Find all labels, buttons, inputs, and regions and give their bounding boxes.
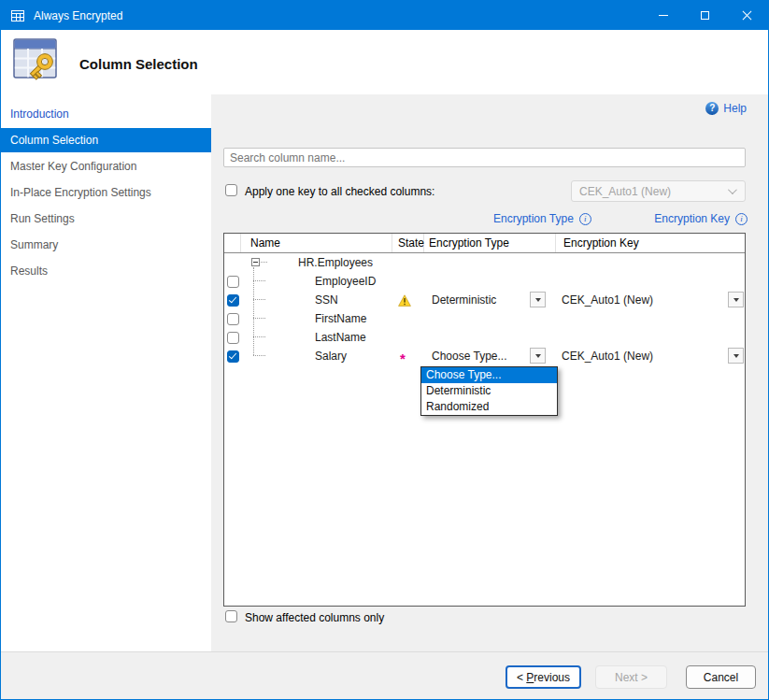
column-name: EmployeeID (315, 275, 376, 288)
info-icon[interactable]: i (735, 213, 748, 225)
required-asterisk-icon: * (400, 350, 406, 364)
minimize-icon (659, 15, 668, 16)
maximize-icon (701, 11, 709, 20)
dropdown-arrow-icon (535, 354, 541, 358)
encryption-key-link[interactable]: Encryption Key i (654, 212, 748, 225)
sidebar-item-in-place-encryption[interactable]: In-Place Encryption Settings (1, 180, 211, 205)
chevron-down-icon (728, 185, 737, 194)
table-row-lastname: LastName (224, 328, 745, 347)
columns-table: Name State Encryption Type Encryption Ke… (223, 233, 746, 607)
column-name: FirstName (315, 312, 366, 325)
window-controls (642, 1, 768, 30)
column-header-state[interactable]: State (392, 234, 424, 252)
tree-guide-line (253, 336, 265, 337)
help-label: Help (723, 102, 747, 115)
table-key-icon (12, 36, 63, 91)
row-checkbox[interactable] (227, 313, 239, 325)
cek-combobox-value: CEK_Auto1 (New) (579, 185, 671, 198)
tree-guide-line (261, 262, 267, 263)
table-row-employeeid: EmployeeID (224, 272, 745, 291)
row-checkbox[interactable] (227, 332, 239, 344)
table-row-firstname: FirstName (224, 309, 745, 328)
app-icon (10, 8, 25, 23)
previous-label-rest: revious (534, 671, 570, 684)
sidebar-item-column-selection[interactable]: Column Selection (1, 128, 211, 152)
column-name: SSN (315, 293, 338, 307)
column-header-name[interactable]: Name (241, 234, 392, 252)
table-name: HR.Employees (298, 256, 373, 269)
row-checkbox[interactable] (227, 276, 239, 288)
column-name: LastName (315, 331, 366, 344)
apply-one-key-label: Apply one key to all checked columns: (245, 185, 434, 198)
dropdown-option-choose-type[interactable]: Choose Type... (421, 367, 557, 383)
encryption-key-link-label: Encryption Key (654, 212, 730, 225)
close-button[interactable] (726, 1, 768, 30)
dropdown-arrow-icon (733, 298, 739, 302)
sidebar-item-introduction[interactable]: Introduction (1, 102, 211, 126)
tree-guide-line (253, 299, 265, 300)
apply-one-key-checkbox[interactable] (225, 184, 237, 196)
sidebar-item-run-settings[interactable]: Run Settings (1, 207, 211, 231)
tree-guide-line (253, 355, 265, 356)
previous-label-prefix: < (517, 671, 526, 684)
dropdown-option-deterministic[interactable]: Deterministic (421, 383, 557, 399)
encryption-type-value: Deterministic (432, 293, 496, 307)
encryption-type-link-label: Encryption Type (493, 212, 574, 225)
encryption-type-value: Choose Type... (432, 350, 507, 363)
encryption-key-value: CEK_Auto1 (New) (562, 293, 653, 307)
column-header-encryption-type[interactable]: Encryption Type (424, 234, 556, 252)
cancel-label: Cancel (704, 671, 738, 684)
table-row-salary: Salary * Choose Type... CEK_Auto1 (New) (224, 347, 745, 365)
dropdown-arrow-icon (733, 354, 739, 358)
column-header-checkbox (224, 234, 241, 252)
tree-guide-line (253, 280, 265, 281)
tree-guide-line (253, 318, 265, 319)
next-button: Next > (595, 665, 667, 689)
warning-icon (398, 294, 411, 307)
tree-collapse-toggle[interactable] (251, 258, 260, 266)
maximize-button[interactable] (684, 1, 726, 30)
always-encrypted-window: Always Encrypted (0, 0, 769, 700)
wizard-steps-sidebar: Introduction Column Selection Master Key… (1, 94, 211, 651)
encryption-type-dropdown-button[interactable] (530, 348, 546, 364)
dropdown-option-randomized[interactable]: Randomized (421, 399, 557, 415)
row-checkbox[interactable] (227, 294, 239, 307)
cek-combobox: CEK_Auto1 (New) (571, 180, 746, 202)
sidebar-item-results[interactable]: Results (1, 259, 211, 283)
encryption-key-value: CEK_Auto1 (New) (562, 350, 653, 363)
column-header-encryption-key[interactable]: Encryption Key (556, 234, 745, 252)
column-selection-panel: ? Help Apply one key to all checked colu… (211, 94, 769, 651)
sidebar-item-summary[interactable]: Summary (1, 233, 211, 257)
title-bar[interactable]: Always Encrypted (1, 1, 768, 30)
table-row-hr-employees: HR.Employees (224, 253, 745, 272)
show-affected-label: Show affected columns only (245, 611, 384, 624)
cancel-button[interactable]: Cancel (686, 665, 756, 689)
encryption-type-dropdown-button[interactable] (530, 292, 546, 307)
encryption-key-dropdown-button[interactable] (728, 348, 744, 364)
window-title: Always Encrypted (34, 9, 122, 22)
encryption-type-open-dropdown: Choose Type... Deterministic Randomized (420, 366, 558, 416)
wizard-footer: < Previous Next > Cancel (1, 651, 768, 700)
help-icon: ? (705, 102, 719, 115)
wizard-header: Column Selection (1, 30, 768, 94)
table-row-ssn: SSN Deterministic CEK_Auto1 (Ne (224, 291, 745, 309)
dropdown-arrow-icon (535, 298, 541, 302)
column-name: Salary (315, 350, 347, 363)
encryption-key-dropdown-button[interactable] (728, 292, 744, 307)
row-checkbox[interactable] (227, 350, 239, 363)
info-icon[interactable]: i (579, 213, 591, 225)
sidebar-item-master-key-configuration[interactable]: Master Key Configuration (1, 154, 211, 179)
next-label: Next > (615, 671, 648, 684)
help-link[interactable]: ? Help (705, 102, 747, 115)
previous-button[interactable]: < Previous (506, 665, 581, 689)
close-icon (742, 10, 752, 21)
search-input[interactable] (223, 148, 746, 167)
page-title: Column Selection (79, 56, 198, 72)
minimize-button[interactable] (642, 1, 684, 30)
encryption-type-link[interactable]: Encryption Type i (493, 212, 591, 225)
table-header-row: Name State Encryption Type Encryption Ke… (224, 234, 745, 253)
show-affected-checkbox[interactable] (225, 610, 237, 622)
